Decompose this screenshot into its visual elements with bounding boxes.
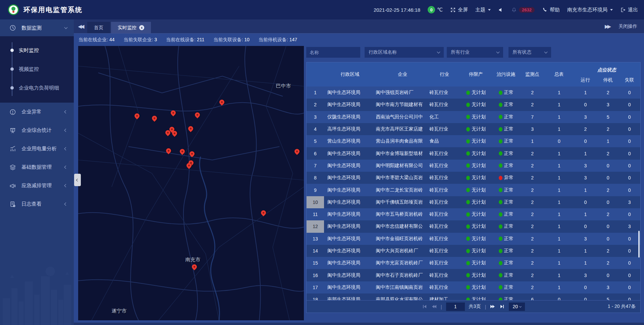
sidebar-collapse-handle[interactable] [74, 174, 81, 186]
cell-run: 1 [573, 90, 597, 95]
sidebar-subitem[interactable]: 视频监控 [0, 60, 74, 78]
col-facility: 治污设施 [492, 62, 520, 87]
tab-home[interactable]: 首页 [87, 22, 110, 33]
cell-limit: 无计划 [472, 151, 486, 157]
prev-page-button[interactable] [431, 304, 437, 309]
industry-filter-select[interactable]: 所有行业 [447, 47, 503, 58]
table-row[interactable]: 7 阆中生态环境局 阆中明阳建材有限公司 砖瓦行业 无计划 正常 2 [307, 160, 640, 172]
cell-region: 阆中生态环境局 [324, 223, 376, 229]
cell-limit: 无计划 [472, 223, 486, 229]
cell-region: 阆中生态环境局 [324, 211, 376, 217]
cell-region: 阆中生态环境局 [324, 260, 376, 266]
page-size-select[interactable]: 20 [509, 303, 525, 311]
col-industry: 行业 [429, 62, 460, 87]
table-row[interactable]: 5 营山生态环境局 营山县润丰肉食品有限 食品 无计划 正常 1 [307, 135, 640, 147]
status-filter-select[interactable]: 所有状态 [508, 47, 551, 58]
row-number: 17 [307, 281, 324, 293]
table-row[interactable]: 4 高坪生态环境局 南充市高坪区王家店建 砖瓦行业 无计划 正常 3 [307, 123, 640, 135]
close-operations-button[interactable]: 关闭操作 [619, 23, 637, 30]
sidebar-item[interactable]: 应急减排管理 [0, 176, 74, 195]
last-page-button[interactable] [499, 304, 505, 309]
stat-item: 当前停机设备:147 [259, 37, 297, 43]
chevron-down-icon [519, 305, 522, 307]
main-content: 当前在线企业:44 当前失联企业:3 当前在线设备:211 当前失联设备:10 … [74, 34, 644, 325]
cell-industry: 砖瓦行业 [429, 260, 460, 266]
table-row[interactable]: 10 阆中生态环境局 阆中千佛镇五郎垭页岩 砖瓦行业 无计划 正常 2 [307, 196, 640, 208]
cell-facility: 正常 [504, 90, 514, 96]
name-filter-input[interactable] [306, 47, 360, 58]
limit-status-dot [466, 127, 470, 131]
table-scrollbar-thumb[interactable] [638, 231, 640, 258]
table-row[interactable]: 9 阆中生态环境局 阆中市二龙长宝页岩砖 砖瓦行业 无计划 正常 2 [307, 184, 640, 196]
tab-close-icon[interactable]: x [139, 25, 144, 30]
table-row[interactable]: 11 阆中生态环境局 阆中市五马桥页岩机砖 砖瓦行业 无计划 正常 2 [307, 208, 640, 220]
help-button[interactable]: 帮助 [542, 7, 560, 13]
sidebar-item[interactable]: 企业用电量分析 [0, 140, 74, 158]
pagination-summary: 1 - 20 共47条 [608, 304, 636, 310]
chevron-left-icon [64, 184, 68, 187]
cell-stop: 0 [597, 224, 619, 229]
table-row[interactable]: 18 南部生态环境局 南部县双化水泥有限公 建材加工 无计划 正常 6 [307, 293, 640, 300]
sidebar-subitem[interactable]: 实时监控 [0, 41, 74, 60]
bottom-strip [74, 323, 644, 325]
tabs-scroll-right-button[interactable]: ▶▶ [605, 23, 610, 30]
fullscreen-button[interactable]: 全屏 [450, 7, 468, 13]
tabs-scroll-left-button[interactable]: ◀◀ [74, 23, 87, 33]
top-header: 环保用电监管系统 2021-02-25 17:46:18 0 ℃ 全屏 主题 2… [0, 0, 644, 19]
map-panel[interactable]: 巴中市 南充市 遂宁市 [78, 46, 304, 320]
alarm-indicator[interactable]: 2632 [511, 7, 535, 13]
stat-item: 当前失联企业:3 [123, 37, 157, 43]
map-roads [78, 46, 304, 320]
cell-region: 阆中生态环境局 [324, 199, 376, 205]
cell-points: 2 [520, 260, 545, 266]
cell-facility: 正常 [504, 223, 514, 229]
table-row[interactable]: 17 阆中生态环境局 阆中市江南镇阆南页岩 砖瓦行业 无计划 正常 2 [307, 281, 640, 293]
cell-facility: 正常 [504, 260, 514, 266]
sidebar-item[interactable]: 基础数据管理 [0, 158, 74, 176]
stat-item: 当前在线企业:44 [78, 37, 114, 43]
org-menu[interactable]: 南充市生态环境局 [567, 7, 613, 13]
cell-meters: 1 [545, 187, 574, 193]
sidebar-item[interactable]: 企业综合统计 [0, 121, 74, 140]
cell-facility: 正常 [504, 151, 514, 157]
table-row[interactable]: 1 阆中生态环境局 阆中强锐页岩砖厂 砖瓦行业 无计划 正常 2 [307, 87, 640, 99]
page-number-input[interactable]: 1 [446, 303, 465, 311]
table-row[interactable]: 3 仪陇生态环境局 西南油气田分公司川中 化工 无计划 正常 7 [307, 111, 640, 123]
cell-run: 0 [573, 139, 597, 144]
row-number: 14 [307, 245, 324, 257]
table-row[interactable]: 8 阆中生态环境局 阆中市枣碧大梁山页岩 砖瓦行业 无计划 异常 2 [307, 172, 640, 184]
region-filter-select[interactable]: 行政区域名称 [365, 47, 444, 58]
table-row[interactable]: 15 阆中生态环境局 阆中市光富页岩机砖厂 砖瓦行业 无计划 正常 2 [307, 257, 640, 269]
company-table: 行政区域 企业 行业 停限产 治污设施 监测点 总表 点位状态 运行 停机 失联 [306, 62, 641, 313]
cell-region: 阆中生态环境局 [324, 248, 376, 254]
sound-button[interactable] [498, 7, 504, 13]
sidebar-item[interactable]: 企业异常 [0, 103, 74, 121]
cell-region: 阆中生态环境局 [324, 175, 376, 181]
table-row[interactable]: 16 阆中生态环境局 阆中市石子页岩机砖厂 砖瓦行业 无计划 正常 2 [307, 269, 640, 281]
logout-button[interactable]: 退出 [620, 7, 638, 13]
table-row[interactable]: 13 阆中生态环境局 阆中市金福旺页岩机砖 砖瓦行业 无计划 正常 2 [307, 233, 640, 245]
first-page-button[interactable] [422, 304, 427, 309]
cell-lost: 0 [619, 90, 640, 95]
table-row[interactable]: 14 阆中生态环境局 阆中大兴页岩机砖厂 砖瓦行业 无计划 正常 2 [307, 245, 640, 257]
limit-status-dot [466, 163, 470, 168]
sidebar-subitem[interactable]: 企业电力负荷明细 [0, 78, 74, 97]
chevron-down-icon [64, 26, 68, 29]
cell-points: 2 [520, 187, 545, 193]
cell-region: 阆中生态环境局 [324, 102, 376, 108]
cell-limit: 无计划 [472, 211, 486, 217]
sidebar-group-data-monitor[interactable]: 数据监测 [0, 19, 74, 36]
cell-facility: 正常 [504, 211, 514, 217]
table-row[interactable]: 6 阆中生态环境局 阆中市金博瑞新型墙材 砖瓦行业 无计划 正常 2 [307, 147, 640, 159]
tab-realtime-monitor[interactable]: 实时监控 x [111, 22, 151, 33]
table-row[interactable]: 12 阆中生态环境局 阆中市忠信建材有限公 砖瓦行业 无计划 正常 2 [307, 220, 640, 232]
table-row[interactable]: 2 阆中生态环境局 阆中市南方节能建材有 砖瓦行业 无计划 正常 2 [307, 99, 640, 111]
row-number: 16 [307, 269, 324, 281]
cell-meters: 1 [545, 285, 574, 290]
sidebar-item[interactable]: 日志查看 [0, 195, 74, 213]
cell-company: 阆中市金福旺页岩机砖 [376, 236, 430, 242]
next-page-button[interactable] [490, 304, 495, 309]
cell-company: 阆中市忠信建材有限公 [376, 223, 430, 229]
theme-button[interactable]: 主题 [475, 7, 491, 13]
cell-run: 0 [573, 102, 597, 107]
